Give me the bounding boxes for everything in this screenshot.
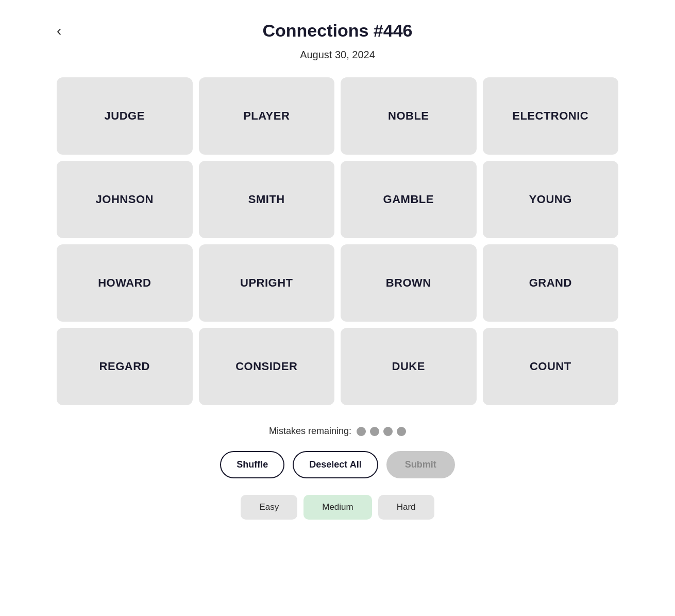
difficulty-hard-button[interactable]: Hard — [378, 495, 434, 520]
word-text: JUDGE — [105, 109, 145, 123]
word-card-player[interactable]: PLAYER — [199, 77, 335, 155]
word-card-howard[interactable]: HOWARD — [57, 244, 193, 322]
mistake-dot-2 — [370, 427, 379, 436]
word-text: SMITH — [248, 193, 285, 206]
word-text: PLAYER — [243, 109, 290, 123]
action-buttons: Shuffle Deselect All Submit — [220, 451, 454, 478]
word-text: DUKE — [392, 360, 425, 373]
word-text: ELECTRONIC — [512, 109, 588, 123]
word-grid: JUDGEPLAYERNOBLEELECTRONICJOHNSONSMITHGA… — [57, 77, 618, 405]
difficulty-easy-button[interactable]: Easy — [241, 495, 297, 520]
word-text: GRAND — [529, 276, 572, 290]
word-text: COUNT — [530, 360, 571, 373]
shuffle-button[interactable]: Shuffle — [220, 451, 284, 478]
word-card-smith[interactable]: SMITH — [199, 161, 335, 238]
word-card-duke[interactable]: DUKE — [341, 328, 477, 405]
word-card-gamble[interactable]: GAMBLE — [341, 161, 477, 238]
word-card-electronic[interactable]: ELECTRONIC — [483, 77, 619, 155]
mistakes-label: Mistakes remaining: — [269, 426, 351, 437]
page-title: Connections #446 — [263, 21, 413, 41]
mistake-dot-4 — [397, 427, 406, 436]
word-text: UPRIGHT — [240, 276, 293, 290]
mistake-dot-1 — [357, 427, 366, 436]
word-card-johnson[interactable]: JOHNSON — [57, 161, 193, 238]
word-card-young[interactable]: YOUNG — [483, 161, 619, 238]
difficulty-medium-button[interactable]: Medium — [303, 495, 372, 520]
word-text: JOHNSON — [96, 193, 154, 206]
app-container: ‹ Connections #446 August 30, 2024 JUDGE… — [46, 0, 629, 540]
word-text: NOBLE — [388, 109, 429, 123]
word-text: REGARD — [99, 360, 150, 373]
word-text: GAMBLE — [383, 193, 434, 206]
word-card-upright[interactable]: UPRIGHT — [199, 244, 335, 322]
difficulty-row: EasyMediumHard — [241, 495, 434, 520]
word-text: BROWN — [386, 276, 431, 290]
word-card-judge[interactable]: JUDGE — [57, 77, 193, 155]
word-text: HOWARD — [98, 276, 151, 290]
deselect-all-button[interactable]: Deselect All — [293, 451, 378, 478]
word-text: YOUNG — [529, 193, 572, 206]
word-card-count[interactable]: COUNT — [483, 328, 619, 405]
word-card-consider[interactable]: CONSIDER — [199, 328, 335, 405]
mistakes-row: Mistakes remaining: — [269, 426, 406, 437]
word-card-brown[interactable]: BROWN — [341, 244, 477, 322]
word-card-grand[interactable]: GRAND — [483, 244, 619, 322]
word-card-noble[interactable]: NOBLE — [341, 77, 477, 155]
word-card-regard[interactable]: REGARD — [57, 328, 193, 405]
header: ‹ Connections #446 — [57, 21, 618, 41]
word-text: CONSIDER — [235, 360, 297, 373]
mistakes-dots — [357, 427, 406, 436]
mistake-dot-3 — [383, 427, 393, 436]
game-date: August 30, 2024 — [300, 49, 375, 61]
back-button[interactable]: ‹ — [57, 24, 61, 38]
submit-button: Submit — [386, 451, 455, 478]
